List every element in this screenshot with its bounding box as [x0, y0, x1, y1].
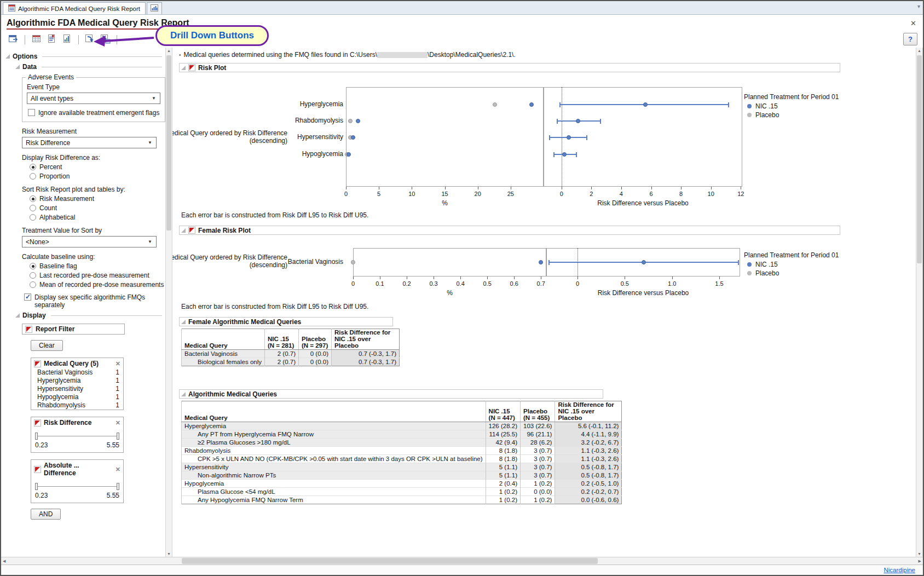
- estimate-point[interactable]: [643, 102, 648, 107]
- collapse-triangle-icon[interactable]: [181, 228, 186, 233]
- new-window-button[interactable]: [7, 33, 20, 46]
- table-row[interactable]: Hypoglycemia2 (0.4)1 (0.2)0.2 (-0.5, 1.0…: [182, 480, 622, 488]
- radio-option-baseline-flag[interactable]: Baseline flag: [30, 262, 165, 270]
- close-icon[interactable]: ✕: [116, 360, 120, 367]
- horizontal-scrollbar[interactable]: ◀ ▶: [1, 557, 923, 565]
- section-algo-table[interactable]: Algorithmic Medical Queries: [179, 389, 603, 399]
- placebo-point[interactable]: [493, 102, 497, 107]
- tab-data-table[interactable]: [147, 2, 162, 14]
- radio-button[interactable]: [30, 272, 36, 279]
- filter-item-rhabdomyolysis[interactable]: Rhabdomyolysis1: [31, 401, 123, 410]
- nic-point[interactable]: [539, 260, 543, 264]
- scroll-up-icon[interactable]: ▲: [166, 49, 172, 53]
- table-row[interactable]: Non-algorithmic Narrow PTs5 (1.1)3 (0.7)…: [182, 471, 622, 480]
- section-risk-plot[interactable]: Risk Plot: [179, 63, 840, 72]
- table-row[interactable]: CPK >5 x ULN AND NO (CPK-MB/CPK >0.05 wi…: [182, 455, 622, 463]
- plot-frame[interactable]: [346, 87, 544, 187]
- red-triangle-menu-icon[interactable]: [34, 466, 41, 473]
- radio-option-last-recorded-pre-dose-measurement[interactable]: Last recorded pre-dose measurement: [30, 272, 165, 279]
- display-section-header[interactable]: Display: [15, 312, 164, 319]
- scroll-left-icon[interactable]: ◀: [3, 559, 5, 563]
- tabbar-corner-icon[interactable]: ▾: [917, 3, 920, 9]
- scroll-right-icon[interactable]: ▶: [919, 559, 921, 563]
- scrollbar-thumb[interactable]: [917, 55, 922, 263]
- sex-specific-row[interactable]: Display sex specific algorithmic FMQs se…: [24, 293, 165, 309]
- table-row[interactable]: Biological females only2 (0.7)0 (0.0)0.7…: [182, 358, 400, 366]
- table-row[interactable]: Rhabdomyolysis8 (1.8)3 (0.7)1.1 (-0.3, 2…: [182, 447, 622, 455]
- risk-difference-filter-header[interactable]: Risk Difference ✕: [31, 417, 123, 428]
- placebo-point[interactable]: [351, 260, 355, 264]
- estimate-point[interactable]: [562, 152, 567, 157]
- close-icon[interactable]: ✕: [116, 466, 120, 473]
- radio-option-risk-measurement[interactable]: Risk Measurement: [30, 195, 165, 203]
- nic-point[interactable]: [351, 135, 355, 140]
- risk-difference-range-slider[interactable]: [35, 432, 119, 440]
- clear-button[interactable]: Clear: [31, 340, 63, 351]
- report-scrollbar[interactable]: ▲ ▼: [916, 48, 923, 557]
- range-handle-max[interactable]: [117, 433, 119, 440]
- absolute-difference-filter-header[interactable]: Absolute ... Difference ✕: [31, 460, 123, 478]
- estimate-point[interactable]: [576, 119, 580, 123]
- collapse-triangle-icon[interactable]: [5, 54, 10, 59]
- radio-option-count[interactable]: Count: [30, 204, 165, 212]
- treatment-sort-dropdown[interactable]: <None> ▼: [22, 236, 157, 247]
- collapse-triangle-icon[interactable]: [15, 313, 20, 318]
- section-female-table[interactable]: Female Algorithmic Medical Queries: [179, 317, 393, 326]
- red-triangle-menu-icon[interactable]: [188, 64, 195, 71]
- nic-point[interactable]: [347, 152, 351, 157]
- red-triangle-menu-icon[interactable]: [34, 419, 41, 427]
- filter-item-bacterial-vaginosis[interactable]: Bacterial Vaginosis1: [31, 368, 123, 377]
- scroll-up-icon[interactable]: ▲: [916, 49, 922, 53]
- collapse-triangle-icon[interactable]: [181, 320, 186, 324]
- collapse-triangle-icon[interactable]: [15, 65, 20, 69]
- section-female-risk-plot[interactable]: Female Risk Plot: [179, 226, 840, 235]
- and-button[interactable]: AND: [31, 509, 61, 520]
- radio-button[interactable]: [30, 281, 36, 288]
- filter-item-hypoglycemia[interactable]: Hypoglycemia1: [31, 393, 123, 401]
- red-triangle-menu-icon[interactable]: [188, 227, 195, 234]
- plot-frame[interactable]: [353, 248, 546, 277]
- radio-button[interactable]: [30, 164, 36, 170]
- scroll-down-icon[interactable]: ▼: [166, 552, 172, 556]
- radio-option-alphabetical[interactable]: Alphabetical: [30, 214, 165, 221]
- table-row[interactable]: Any PT from Hyperglycemia FMQ Narrow114 …: [182, 430, 622, 439]
- radio-button[interactable]: [30, 214, 36, 221]
- data-section-header[interactable]: Data: [15, 63, 164, 71]
- radio-option-proportion[interactable]: Proportion: [30, 172, 165, 180]
- collapse-triangle-icon[interactable]: [181, 66, 186, 70]
- tab-report[interactable]: Algorithmic FDA Medical Query Risk Repor…: [3, 2, 146, 14]
- range-handle-min[interactable]: [35, 433, 38, 440]
- nicardipine-link[interactable]: Nicardipine: [883, 567, 915, 573]
- radio-button[interactable]: [30, 173, 36, 180]
- radio-option-percent[interactable]: Percent: [30, 163, 165, 171]
- range-handle-min[interactable]: [35, 483, 38, 490]
- close-icon[interactable]: ✕: [116, 419, 120, 427]
- placebo-point[interactable]: [348, 119, 353, 123]
- report-export-button[interactable]: [60, 33, 74, 46]
- event-type-dropdown[interactable]: All event types ▼: [27, 93, 160, 104]
- absolute-difference-range-slider[interactable]: [35, 482, 119, 491]
- nic-point[interactable]: [529, 102, 534, 107]
- filter-item-hyperglycemia[interactable]: Hyperglycemia1: [31, 377, 123, 385]
- range-track[interactable]: [35, 486, 119, 487]
- legend-item-placebo[interactable]: Placebo: [747, 269, 839, 277]
- radio-button[interactable]: [30, 263, 36, 269]
- ignore-flags-checkbox[interactable]: [28, 109, 35, 116]
- scrollbar-thumb[interactable]: [166, 55, 171, 231]
- radio-option-mean-of-recorded-pre-dose-measurements[interactable]: Mean of recorded pre-dose measurements: [30, 281, 165, 289]
- options-header[interactable]: Options: [5, 53, 164, 60]
- risk-measurement-dropdown[interactable]: Risk Difference ▼: [22, 137, 157, 148]
- radio-button[interactable]: [30, 195, 36, 202]
- sidebar-scrollbar[interactable]: ▲ ▼: [165, 48, 172, 557]
- collapse-triangle-icon[interactable]: [181, 392, 186, 396]
- filter-item-hypersensitivity[interactable]: Hypersensitivity1: [31, 385, 123, 393]
- legend-item-nic-15[interactable]: NIC .15: [747, 102, 839, 110]
- scroll-down-icon[interactable]: ▼: [916, 552, 922, 556]
- estimate-point[interactable]: [642, 260, 646, 264]
- table-row[interactable]: Plasma Glucose <54 mg/dL1 (0.2)0 (0.0)0.…: [182, 488, 622, 496]
- sex-specific-checkbox[interactable]: [24, 293, 31, 301]
- legend-item-nic-15[interactable]: NIC .15: [747, 261, 839, 268]
- table-row[interactable]: Bacterial Vaginosis2 (0.7)0 (0.0)0.7 (-0…: [182, 350, 400, 358]
- table-row[interactable]: Hyperglycemia126 (28.2)103 (22.6)5.6 (-0…: [182, 422, 622, 430]
- nic-point[interactable]: [356, 119, 360, 123]
